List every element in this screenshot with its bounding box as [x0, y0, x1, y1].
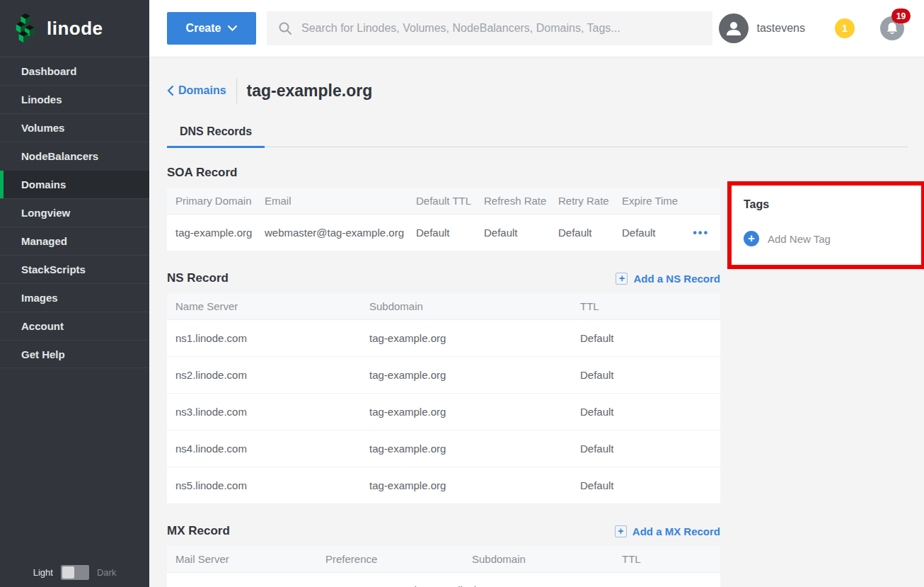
sidebar-item-managed[interactable]: Managed	[0, 227, 149, 255]
ns-name-server: ns3.linode.com	[175, 406, 369, 418]
soa-col-primary-domain: Primary Domain	[175, 195, 265, 207]
plus-circle-icon: +	[744, 231, 759, 246]
mx-section-title: MX Record	[167, 524, 230, 538]
sidebar-nav: Dashboard Linodes Volumes NodeBalancers …	[0, 57, 149, 368]
ns-record-section: NS Record + Add a NS Record Name Server …	[167, 270, 720, 504]
breadcrumb-back-link[interactable]: Domains	[167, 84, 226, 97]
soa-col-retry-rate: Retry Rate	[558, 195, 622, 207]
chevron-left-icon	[167, 86, 173, 96]
add-mx-record-label: Add a MX Record	[633, 525, 720, 537]
records-column: SOA Record Primary Domain Email Default …	[167, 164, 720, 587]
ns-name-server: ns1.linode.com	[175, 332, 369, 344]
right-rail: Tags + Add New Tag	[727, 181, 917, 587]
add-ns-record-label: Add a NS Record	[633, 273, 720, 285]
global-search[interactable]	[267, 11, 712, 45]
search-input[interactable]	[301, 22, 701, 35]
linode-logo[interactable]: linode	[0, 0, 149, 57]
ns-table-row: ns3.linode.com tag-example.org Default	[167, 394, 720, 431]
breadcrumb: Domains tag-example.org	[167, 78, 908, 103]
add-new-tag-label: Add New Tag	[768, 233, 831, 245]
tab-dns-records[interactable]: DNS Records	[167, 118, 265, 148]
ns-subdomain: tag-example.org	[369, 443, 580, 455]
sidebar-item-images[interactable]: Images	[0, 283, 149, 312]
soa-actions-menu-icon[interactable]: •••	[693, 227, 709, 239]
soa-retry-rate: Default	[558, 227, 622, 239]
add-ns-record-button[interactable]: + Add a NS Record	[616, 273, 720, 285]
soa-primary-domain: tag-example.org	[175, 227, 265, 239]
search-icon	[278, 21, 292, 35]
ns-table: Name Server Subdomain TTL ns1.linode.com…	[167, 293, 720, 504]
sidebar-item-domains[interactable]: Domains	[0, 170, 149, 198]
soa-table: Primary Domain Email Default TTL Refresh…	[167, 188, 720, 251]
mx-col-ttl: TTL	[622, 553, 720, 565]
community-badge[interactable]: 1	[835, 18, 855, 38]
linode-cubes-icon	[16, 13, 40, 43]
ns-table-row: ns5.linode.com tag-example.org Default	[167, 467, 720, 504]
soa-col-default-ttl: Default TTL	[416, 195, 484, 207]
ns-col-subdomain: Subdomain	[369, 300, 580, 312]
ns-name-server: ns5.linode.com	[175, 479, 369, 491]
sidebar-item-longview[interactable]: Longview	[0, 198, 149, 227]
mx-empty-message: No items to display.	[167, 573, 720, 587]
theme-dark-label: Dark	[97, 567, 116, 578]
ns-subdomain: tag-example.org	[369, 479, 580, 491]
mx-col-subdomain: Subdomain	[472, 553, 622, 565]
tags-panel-highlight: Tags + Add New Tag	[727, 181, 924, 269]
sidebar-item-dashboard[interactable]: Dashboard	[0, 57, 149, 85]
mx-table: Mail Server Preference Subdomain TTL No …	[167, 546, 720, 587]
sidebar-item-stackscripts[interactable]: StackScripts	[0, 255, 149, 283]
add-square-icon: +	[615, 525, 627, 537]
main-content: Domains tag-example.org DNS Records SOA …	[149, 57, 924, 587]
notification-count-badge: 19	[891, 8, 911, 23]
page-title: tag-example.org	[247, 81, 373, 101]
sidebar-item-account[interactable]: Account	[0, 312, 149, 340]
breadcrumb-back-label: Domains	[178, 84, 226, 97]
create-button[interactable]: Create	[167, 12, 256, 45]
soa-col-expire-time: Expire Time	[622, 195, 693, 207]
soa-expire-time: Default	[622, 227, 693, 239]
soa-table-row: tag-example.org webmaster@tag-example.or…	[167, 215, 720, 251]
theme-toggle-switch[interactable]	[61, 565, 89, 580]
create-button-label: Create	[186, 22, 221, 35]
topbar: Create tastevens 1 19	[149, 0, 924, 57]
notifications-button[interactable]: 19	[880, 16, 904, 40]
ns-ttl: Default	[580, 479, 720, 491]
theme-toggle-knob	[62, 566, 74, 579]
soa-default-ttl: Default	[416, 227, 484, 239]
ns-name-server: ns4.linode.com	[175, 443, 369, 455]
ns-section-title: NS Record	[167, 271, 229, 285]
soa-col-refresh-rate: Refresh Rate	[484, 195, 558, 207]
add-mx-record-button[interactable]: + Add a MX Record	[615, 525, 720, 537]
chevron-down-icon	[228, 25, 237, 31]
ns-subdomain: tag-example.org	[369, 369, 580, 381]
linode-cloud-manager: linode Dashboard Linodes Volumes NodeBal…	[0, 0, 924, 587]
ns-ttl: Default	[580, 369, 720, 381]
ns-subdomain: tag-example.org	[369, 332, 580, 344]
ns-name-server: ns2.linode.com	[175, 369, 369, 381]
sidebar-item-get-help[interactable]: Get Help	[0, 340, 149, 368]
tab-bar: DNS Records	[167, 118, 908, 147]
sidebar-item-linodes[interactable]: Linodes	[0, 85, 149, 113]
ns-table-row: ns4.linode.com tag-example.org Default	[167, 431, 720, 467]
sidebar-item-volumes[interactable]: Volumes	[0, 113, 149, 142]
soa-col-email: Email	[265, 195, 416, 207]
soa-refresh-rate: Default	[484, 227, 558, 239]
mx-col-mail-server: Mail Server	[175, 553, 325, 565]
sidebar-item-nodebalancers[interactable]: NodeBalancers	[0, 142, 149, 170]
tags-panel-title: Tags	[744, 198, 909, 211]
avatar	[719, 13, 749, 43]
theme-toggle: Light Dark	[0, 565, 149, 580]
add-new-tag-button[interactable]: + Add New Tag	[744, 231, 909, 246]
ns-table-row: ns1.linode.com tag-example.org Default	[167, 320, 720, 357]
tags-panel: Tags + Add New Tag	[732, 186, 921, 265]
soa-section-title: SOA Record	[167, 166, 238, 180]
ns-ttl: Default	[580, 406, 720, 418]
theme-light-label: Light	[33, 567, 53, 578]
ns-subdomain: tag-example.org	[369, 406, 580, 418]
user-menu[interactable]: tastevens	[719, 13, 805, 43]
ns-col-ttl: TTL	[580, 300, 720, 312]
sidebar: linode Dashboard Linodes Volumes NodeBal…	[0, 0, 149, 587]
ns-ttl: Default	[580, 332, 720, 344]
breadcrumb-divider	[236, 78, 237, 103]
ns-ttl: Default	[580, 443, 720, 455]
